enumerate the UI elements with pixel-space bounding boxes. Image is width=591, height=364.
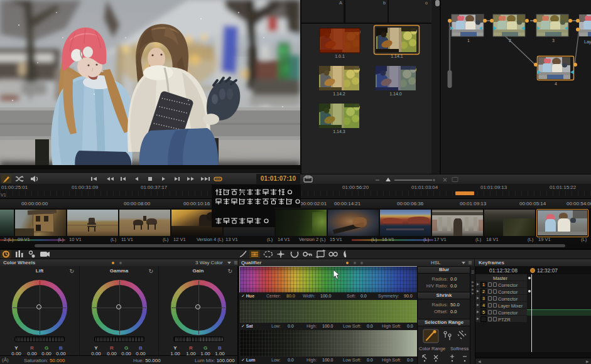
svg-text:4: 4	[555, 82, 557, 86]
svg-text:b: b	[383, 1, 386, 5]
svg-text:1.14.3: 1.14.3	[333, 129, 345, 134]
svg-text:o: o	[425, 1, 428, 5]
svg-text:1: 1	[467, 38, 470, 43]
svg-text:Color Range: Color Range	[419, 346, 445, 351]
svg-text:A: A	[339, 1, 342, 5]
svg-text:3: 3	[552, 38, 555, 43]
svg-text:2: 2	[509, 38, 511, 43]
svg-text:1.14.0: 1.14.0	[389, 92, 402, 96]
svg-text:1.0.1: 1.0.1	[335, 54, 345, 58]
svg-text:1.14.1: 1.14.1	[391, 54, 403, 58]
svg-text:1.14.2: 1.14.2	[333, 92, 345, 96]
svg-text:Lay: Lay	[584, 40, 591, 45]
svg-text:Softness: Softness	[450, 346, 469, 351]
